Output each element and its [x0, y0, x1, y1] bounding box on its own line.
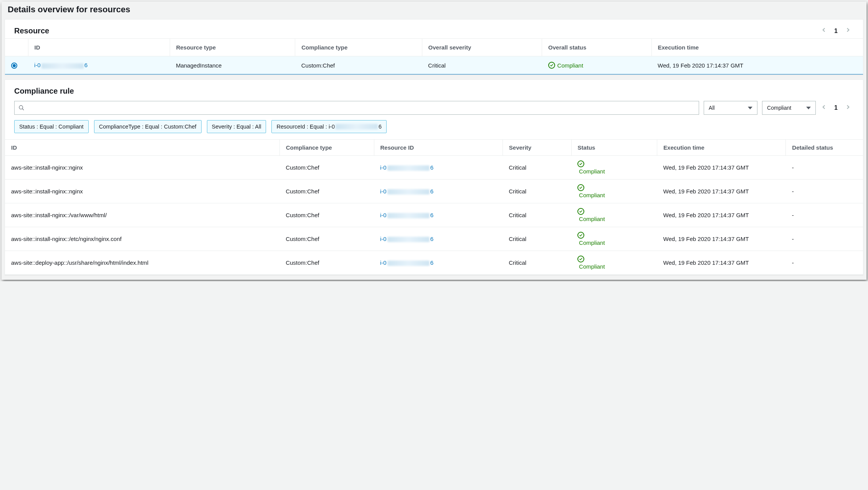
- cell-execution-time: Wed, 19 Feb 2020 17:14:37 GMT: [657, 227, 786, 251]
- cell-severity: Critical: [503, 251, 571, 275]
- search-input[interactable]: [14, 101, 699, 115]
- page-title: Details overview for resources: [2, 2, 866, 19]
- cell-compliance-type: Custom:Chef: [279, 156, 374, 180]
- col-resource-type[interactable]: Resource type: [170, 39, 295, 56]
- table-row[interactable]: aws-site::install-nginx::/etc/nginx/ngin…: [5, 227, 863, 251]
- cell-detailed-status: -: [786, 203, 863, 227]
- rules-pager: 1: [820, 104, 854, 112]
- search-icon: [18, 105, 25, 111]
- status-badge: Compliant: [577, 232, 651, 246]
- cell-detailed-status: -: [786, 180, 863, 203]
- col-id[interactable]: ID: [5, 140, 279, 156]
- resource-id-link[interactable]: i-06: [380, 259, 433, 266]
- resource-id-link[interactable]: i-06: [34, 62, 88, 68]
- table-row[interactable]: aws-site::install-nginx::nginx Custom:Ch…: [5, 156, 863, 180]
- check-circle-icon: [548, 62, 555, 69]
- redacted: [387, 261, 430, 266]
- cell-execution-time: Wed, 19 Feb 2020 17:14:37 GMT: [657, 203, 786, 227]
- row-radio[interactable]: [11, 63, 17, 69]
- severity-filter-dropdown[interactable]: All: [704, 101, 757, 115]
- compliance-rule-panel: Compliance rule All Compliant 1: [5, 79, 863, 275]
- cell-severity: Critical: [503, 156, 571, 180]
- col-execution-time[interactable]: Execution time: [651, 39, 863, 56]
- check-circle-icon: [577, 208, 584, 215]
- chevron-down-icon: [748, 107, 752, 109]
- cell-id: aws-site::install-nginx::/var/www/html/: [5, 203, 279, 227]
- filter-chips: Status : Equal : Compliant ComplianceTyp…: [5, 120, 863, 139]
- filter-chip[interactable]: ComplianceType : Equal : Custom:Chef: [94, 120, 202, 133]
- table-row[interactable]: aws-site::install-nginx::/var/www/html/ …: [5, 203, 863, 227]
- col-severity[interactable]: Severity: [503, 140, 571, 156]
- status-badge: Compliant: [548, 62, 584, 69]
- resource-id-link[interactable]: i-06: [380, 188, 433, 195]
- status-badge: Compliant: [577, 256, 651, 270]
- cell-id: aws-site::install-nginx::nginx: [5, 156, 279, 180]
- cell-execution-time: Wed, 19 Feb 2020 17:14:37 GMT: [657, 180, 786, 203]
- redacted: [336, 124, 378, 129]
- resource-panel-title: Resource: [14, 26, 49, 35]
- cell-detailed-status: -: [786, 156, 863, 180]
- redacted: [41, 63, 84, 69]
- status-filter-dropdown[interactable]: Compliant: [762, 101, 816, 115]
- svg-line-1: [22, 109, 24, 110]
- cell-compliance-type: Custom:Chef: [279, 180, 374, 203]
- status-badge: Compliant: [577, 160, 651, 175]
- resource-id-link[interactable]: i-06: [380, 236, 433, 242]
- cell-detailed-status: -: [786, 251, 863, 275]
- resource-id-link[interactable]: i-06: [380, 164, 433, 171]
- resource-id-link[interactable]: i-06: [380, 212, 433, 218]
- cell-compliance-type: Custom:Chef: [295, 56, 422, 74]
- cell-compliance-type: Custom:Chef: [279, 227, 374, 251]
- check-circle-icon: [577, 232, 584, 239]
- cell-severity: Critical: [503, 227, 571, 251]
- redacted: [387, 165, 430, 171]
- check-circle-icon: [577, 160, 584, 167]
- svg-point-0: [19, 106, 23, 109]
- cell-execution-time: Wed, 19 Feb 2020 17:14:37 GMT: [657, 156, 786, 180]
- resource-panel: Resource 1 ID Resource type Compliance t…: [5, 19, 863, 75]
- col-overall-status[interactable]: Overall status: [542, 39, 651, 56]
- col-id[interactable]: ID: [28, 39, 170, 56]
- page-number: 1: [834, 104, 838, 111]
- col-detailed-status[interactable]: Detailed status: [786, 140, 863, 156]
- cell-execution-time: Wed, 19 Feb 2020 17:14:37 GMT: [657, 251, 786, 275]
- next-page-button[interactable]: [845, 26, 851, 35]
- resource-table: ID Resource type Compliance type Overall…: [5, 38, 863, 74]
- redacted: [387, 237, 430, 242]
- cell-compliance-type: Custom:Chef: [279, 203, 374, 227]
- cell-compliance-type: Custom:Chef: [279, 251, 374, 275]
- filter-chip[interactable]: Status : Equal : Compliant: [14, 120, 89, 133]
- cell-id: aws-site::install-nginx::nginx: [5, 180, 279, 203]
- cell-id: aws-site::deploy-app::/usr/share/nginx/h…: [5, 251, 279, 275]
- prev-page-button[interactable]: [820, 26, 827, 35]
- next-page-button[interactable]: [845, 104, 851, 112]
- table-row[interactable]: aws-site::deploy-app::/usr/share/nginx/h…: [5, 251, 863, 275]
- resource-pager: 1: [820, 26, 854, 35]
- cell-detailed-status: -: [786, 227, 863, 251]
- col-status[interactable]: Status: [571, 140, 657, 156]
- status-badge: Compliant: [577, 184, 651, 198]
- rules-panel-title: Compliance rule: [14, 87, 74, 96]
- cell-execution-time: Wed, 19 Feb 2020 17:14:37 GMT: [651, 56, 863, 74]
- col-overall-severity[interactable]: Overall severity: [422, 39, 542, 56]
- resource-row[interactable]: i-06 ManagedInstance Custom:Chef Critica…: [5, 56, 863, 74]
- redacted: [387, 189, 430, 195]
- cell-overall-severity: Critical: [422, 56, 542, 74]
- cell-resource-type: ManagedInstance: [170, 56, 295, 74]
- rules-table: ID Compliance type Resource ID Severity …: [5, 139, 863, 275]
- filter-chip[interactable]: ResourceId : Equal : i-06: [271, 120, 387, 133]
- check-circle-icon: [577, 256, 584, 262]
- check-circle-icon: [577, 184, 584, 191]
- col-compliance-type[interactable]: Compliance type: [295, 39, 422, 56]
- filter-chip[interactable]: Severity : Equal : All: [207, 120, 266, 133]
- status-badge: Compliant: [577, 208, 651, 222]
- col-compliance-type[interactable]: Compliance type: [279, 140, 374, 156]
- redacted: [387, 213, 430, 218]
- cell-id: aws-site::install-nginx::/etc/nginx/ngin…: [5, 227, 279, 251]
- chevron-down-icon: [806, 107, 811, 109]
- col-resource-id[interactable]: Resource ID: [374, 140, 503, 156]
- col-execution-time[interactable]: Execution time: [657, 140, 786, 156]
- cell-severity: Critical: [503, 180, 571, 203]
- table-row[interactable]: aws-site::install-nginx::nginx Custom:Ch…: [5, 180, 863, 203]
- prev-page-button[interactable]: [820, 104, 827, 112]
